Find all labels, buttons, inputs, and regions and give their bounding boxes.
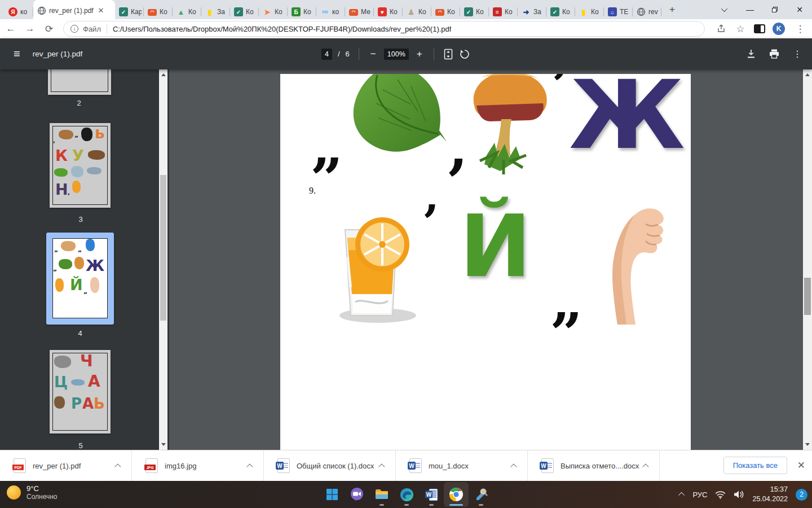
- tab[interactable]: Яко: [5, 5, 33, 19]
- tab-title: Ко: [160, 8, 167, 16]
- thumb-shark-image: [87, 167, 102, 174]
- start-button[interactable]: [320, 482, 345, 507]
- bookmark-button[interactable]: ☆: [732, 21, 749, 37]
- new-tab-button[interactable]: +: [665, 2, 679, 17]
- language-indicator[interactable]: РУС: [692, 491, 707, 499]
- tab[interactable]: ▮За: [201, 5, 230, 19]
- page-thumbnail-4[interactable]: „„„ЖЙ„: [46, 233, 114, 325]
- scroll-up-icon[interactable]: [161, 73, 166, 76]
- word-file-icon: W: [409, 458, 422, 473]
- file-explorer-button[interactable]: [369, 482, 394, 507]
- download-item[interactable]: WОбщий список (1).docx: [264, 450, 396, 481]
- tray-overflow-chevron-icon[interactable]: [678, 492, 685, 498]
- side-panel-button[interactable]: [751, 21, 768, 37]
- tab[interactable]: БКо: [288, 5, 316, 19]
- share-button[interactable]: [713, 21, 730, 37]
- tab[interactable]: ⌂ТЕ: [604, 5, 633, 19]
- reload-button[interactable]: ⟳: [41, 21, 58, 37]
- bookmark-bar-icon: ▮: [205, 7, 214, 16]
- forward-button[interactable]: →: [21, 21, 38, 37]
- pdf-viewer: 2,„ьКУН,3„„„ЖЙ„4ЧЦАРАЬ5 „ , ’ Ж 9.: [0, 69, 812, 450]
- tab[interactable]: ≡Ко: [489, 5, 518, 19]
- scroll-down-icon[interactable]: [805, 443, 810, 446]
- search-tool-button[interactable]: [469, 482, 493, 507]
- download-item[interactable]: PDFrev_per (1).pdf: [0, 450, 132, 481]
- tab[interactable]: ✓Кар: [115, 5, 144, 19]
- restore-button[interactable]: [762, 0, 787, 19]
- tab[interactable]: rev: [633, 5, 661, 19]
- download-item[interactable]: JPGimg16.jpg: [132, 450, 264, 481]
- word-button[interactable]: W: [419, 482, 444, 507]
- download-item[interactable]: WВыписка отмето....docx: [528, 450, 660, 481]
- minimize-button[interactable]: —: [738, 0, 762, 19]
- notification-badge[interactable]: 2: [796, 489, 807, 501]
- tab[interactable]: ♥Ко: [374, 5, 403, 19]
- fit-page-button[interactable]: [443, 49, 453, 60]
- tab[interactable]: Ко: [431, 5, 460, 19]
- home-icon: ⌂: [608, 7, 617, 16]
- page-scrollbar[interactable]: [803, 69, 812, 450]
- zoom-out-button[interactable]: −: [368, 49, 378, 60]
- tab[interactable]: Ко: [144, 5, 173, 19]
- page-scrollbar-thumb[interactable]: [804, 278, 811, 315]
- browser-menu-button[interactable]: ⋮: [792, 21, 809, 37]
- show-all-downloads-button[interactable]: Показать все: [723, 457, 787, 474]
- download-item[interactable]: Wmou_1.docx: [396, 450, 528, 481]
- zoom-level[interactable]: 100%: [384, 49, 409, 60]
- page-number-input[interactable]: 4: [321, 49, 332, 60]
- sidebar-scrollbar[interactable]: [159, 69, 167, 450]
- chrome-button[interactable]: [444, 482, 469, 507]
- url-text[interactable]: C:/Users/Пользователь/Dropbox/Мой%20ПК%2…: [113, 25, 451, 33]
- omnibox[interactable]: i Файл C:/Users/Пользователь/Dropbox/Мой…: [63, 21, 705, 37]
- zoom-app-button[interactable]: [345, 482, 369, 507]
- rotate-icon: [459, 49, 470, 60]
- zoom-in-button[interactable]: +: [414, 49, 425, 60]
- wifi-icon[interactable]: [715, 491, 726, 499]
- close-downloads-bar-button[interactable]: ✕: [797, 459, 805, 471]
- sidebar-scrollbar-thumb[interactable]: [160, 175, 166, 321]
- globe-icon: [637, 7, 646, 16]
- thumbnail-sidebar: 2,„ьКУН,3„„„ЖЙ„4ЧЦАРАЬ5: [0, 69, 169, 450]
- clock[interactable]: 15:37 25.04.2022: [752, 485, 788, 504]
- back-button[interactable]: ←: [2, 21, 19, 37]
- weather-widget[interactable]: 9°C Солнечно: [7, 484, 58, 501]
- tab[interactable]: ➤Ко: [259, 5, 288, 19]
- thumb-leaf-image: [59, 259, 72, 269]
- tab[interactable]: ➜За: [518, 5, 546, 19]
- pdf-menu-button[interactable]: ≡: [14, 47, 20, 60]
- page-thumbnail-3[interactable]: ,„ьКУН,: [50, 123, 111, 208]
- speaker-icon[interactable]: [734, 490, 744, 499]
- thumbnail-page-number: 4: [48, 329, 112, 338]
- tab[interactable]: РЯко: [316, 5, 345, 19]
- tab[interactable]: ▮Ко: [575, 5, 604, 19]
- edge-button[interactable]: [394, 482, 419, 507]
- tab[interactable]: ♟Ко: [403, 5, 431, 19]
- letter-b-icon: Б: [292, 7, 301, 16]
- scroll-up-icon[interactable]: [805, 73, 810, 76]
- thumb-glyph: Й: [70, 277, 83, 292]
- close-window-button[interactable]: ✕: [787, 0, 812, 19]
- tab-search-chevron-button[interactable]: [713, 0, 738, 19]
- info-icon[interactable]: i: [70, 25, 78, 33]
- tab-close-button[interactable]: ✕: [96, 6, 105, 15]
- thumb-glyph: Ж: [86, 258, 104, 273]
- tab[interactable]: Ме: [345, 5, 374, 19]
- tab-title: Ко: [188, 8, 196, 16]
- thumb-glyph: Ь: [94, 396, 105, 411]
- tab[interactable]: ✓Ко: [546, 5, 575, 19]
- print-button[interactable]: [769, 49, 779, 59]
- download-button[interactable]: [747, 49, 756, 59]
- tab[interactable]: ✓Ко: [230, 5, 259, 19]
- tab-active[interactable]: rev_per (1).pdf✕: [33, 0, 115, 19]
- page-thumbnail-2[interactable]: [48, 69, 111, 95]
- tab-title: Ко: [303, 8, 311, 16]
- tab[interactable]: ▲Ко: [173, 5, 201, 19]
- scroll-down-icon[interactable]: [161, 443, 166, 446]
- rotate-button[interactable]: [459, 49, 470, 60]
- tab-title: За: [217, 8, 225, 16]
- briefcase-icon: [435, 9, 444, 16]
- pdf-more-button[interactable]: ⋮: [793, 49, 802, 59]
- tab[interactable]: ✓Ко: [460, 5, 489, 19]
- page-thumbnail-5[interactable]: ЧЦАРАЬ: [50, 350, 111, 433]
- profile-avatar[interactable]: K: [773, 23, 785, 35]
